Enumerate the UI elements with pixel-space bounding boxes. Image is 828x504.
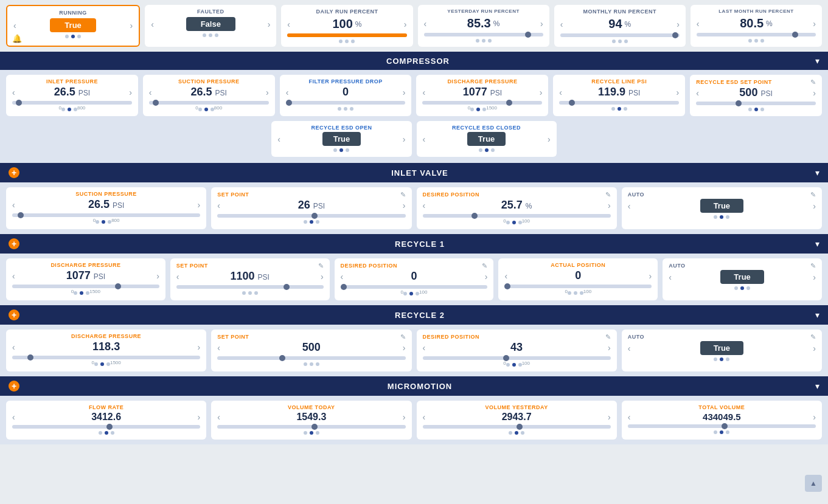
inlet-pressure-next[interactable]: › bbox=[129, 88, 132, 97]
filter-pressure-drop-next[interactable]: › bbox=[403, 88, 406, 97]
recycle-esd-sp-edit[interactable]: ✎ bbox=[810, 78, 816, 86]
r1-sp-next[interactable]: › bbox=[321, 272, 324, 281]
flow-rate-prev[interactable]: ‹ bbox=[12, 412, 15, 422]
iv-auto-next[interactable]: › bbox=[813, 201, 816, 211]
compressor-chevron[interactable]: ▾ bbox=[815, 56, 819, 66]
suction-pressure-prev[interactable]: ‹ bbox=[149, 88, 152, 97]
suction-pressure-title: Suction Pressure bbox=[178, 78, 240, 85]
total-volume-prev[interactable]: ‹ bbox=[628, 412, 631, 422]
r1-desired-next[interactable]: › bbox=[485, 272, 488, 281]
iv-dp-prev[interactable]: ‹ bbox=[423, 201, 426, 210]
iv-suction-next[interactable]: › bbox=[198, 200, 201, 210]
inlet-valve-plus[interactable]: + bbox=[9, 167, 19, 178]
recycle-esd-closed-value: True bbox=[467, 132, 506, 146]
recycle-esd-open-row: ‹ True › bbox=[277, 132, 405, 146]
r1-actual-prev[interactable]: ‹ bbox=[504, 271, 507, 281]
r1-auto-edit[interactable]: ✎ bbox=[810, 262, 816, 270]
suction-pressure-value: 26.5 PSI bbox=[155, 86, 263, 98]
last-month-run-prev[interactable]: ‹ bbox=[697, 19, 700, 29]
iv-sp-value: 26 PSI bbox=[223, 199, 400, 212]
volume-yesterday-prev[interactable]: ‹ bbox=[423, 412, 426, 422]
metric-r2-auto: Auto ✎ ‹ True › bbox=[622, 330, 822, 371]
recycle-esd-closed-next[interactable]: › bbox=[548, 134, 551, 144]
r1-sp-prev[interactable]: ‹ bbox=[176, 272, 179, 281]
r2-sp-next[interactable]: › bbox=[403, 343, 406, 353]
running-prev[interactable]: ‹ bbox=[13, 21, 16, 30]
daily-run-prev[interactable]: ‹ bbox=[287, 19, 290, 29]
recycle-esd-open-next[interactable]: › bbox=[403, 134, 406, 144]
volume-yesterday-thumb bbox=[517, 424, 523, 430]
recycle-esd-sp-prev[interactable]: ‹ bbox=[696, 88, 699, 98]
r1-dp-next[interactable]: › bbox=[156, 271, 159, 281]
faulted-next[interactable]: › bbox=[268, 19, 271, 29]
recycle2-chevron[interactable]: ▾ bbox=[815, 310, 819, 320]
r1-auto-prev[interactable]: ‹ bbox=[669, 272, 672, 282]
r2-dp-next[interactable]: › bbox=[198, 342, 201, 352]
r1-desired-prev[interactable]: ‹ bbox=[341, 272, 344, 281]
r2-desired-next[interactable]: › bbox=[608, 343, 611, 353]
flow-rate-value: 3412.6 bbox=[18, 412, 195, 423]
iv-sp-prev[interactable]: ‹ bbox=[217, 201, 220, 210]
r2-auto-prev[interactable]: ‹ bbox=[628, 343, 631, 353]
recycle-line-psi-next[interactable]: › bbox=[676, 88, 679, 97]
iv-sp-next[interactable]: › bbox=[403, 201, 406, 210]
iv-auto-edit[interactable]: ✎ bbox=[810, 191, 816, 199]
daily-run-value-wrap: 100 % bbox=[294, 17, 400, 31]
r1-desired-edit[interactable]: ✎ bbox=[482, 262, 487, 270]
r2-desired-prev[interactable]: ‹ bbox=[423, 343, 426, 353]
r2-desired-edit[interactable]: ✎ bbox=[605, 333, 611, 341]
total-volume-next[interactable]: › bbox=[813, 412, 816, 422]
micromotion-plus[interactable]: + bbox=[9, 381, 19, 392]
section-inlet-valve: + Inlet Valve ▾ Suction Pressure ‹ 26.5 … bbox=[0, 163, 828, 234]
yesterday-run-prev[interactable]: ‹ bbox=[424, 19, 427, 29]
iv-sp-edit[interactable]: ✎ bbox=[400, 191, 406, 199]
volume-yesterday-next[interactable]: › bbox=[608, 412, 611, 422]
flow-rate-next[interactable]: › bbox=[198, 412, 201, 422]
r1-actual-row: ‹ 0 › bbox=[504, 269, 652, 282]
r2-auto-edit[interactable]: ✎ bbox=[810, 333, 816, 341]
recycle-esd-sp-next[interactable]: › bbox=[813, 88, 816, 98]
discharge-pressure-next[interactable]: › bbox=[540, 88, 543, 97]
inlet-valve-chevron[interactable]: ▾ bbox=[815, 168, 819, 178]
r2-sp-prev[interactable]: ‹ bbox=[217, 343, 220, 353]
r1-sp-dots bbox=[242, 291, 258, 295]
iv-dp-dots bbox=[506, 221, 522, 224]
recycle-esd-open-prev[interactable]: ‹ bbox=[277, 134, 280, 144]
r2-dp-prev[interactable]: ‹ bbox=[12, 342, 15, 352]
daily-run-next[interactable]: › bbox=[404, 19, 407, 29]
suction-pressure-next[interactable]: › bbox=[266, 88, 269, 97]
faulted-prev[interactable]: ‹ bbox=[151, 19, 154, 29]
r1-auto-next[interactable]: › bbox=[813, 272, 816, 282]
iv-dp-next[interactable]: › bbox=[608, 201, 611, 210]
iv-dp-edit[interactable]: ✎ bbox=[605, 191, 611, 199]
r1-actual-next[interactable]: › bbox=[649, 271, 652, 281]
r1-sp-header: Set Point ✎ bbox=[176, 262, 324, 270]
dot bbox=[310, 431, 313, 435]
recycle1-plus[interactable]: + bbox=[9, 238, 19, 249]
r2-auto-next[interactable]: › bbox=[813, 343, 816, 353]
metric-iv-set-point: Set Point ✎ ‹ 26 PSI › bbox=[211, 187, 411, 229]
recycle1-chevron[interactable]: ▾ bbox=[815, 239, 819, 249]
recycle2-plus[interactable]: + bbox=[9, 309, 19, 320]
r2-sp-edit[interactable]: ✎ bbox=[400, 333, 406, 341]
recycle-esd-closed-prev[interactable]: ‹ bbox=[423, 134, 426, 144]
running-next[interactable]: › bbox=[130, 21, 133, 30]
inlet-pressure-prev[interactable]: ‹ bbox=[12, 88, 15, 97]
monthly-run-prev[interactable]: ‹ bbox=[560, 19, 563, 29]
daily-run-dots bbox=[339, 40, 355, 43]
filter-pressure-drop-prev[interactable]: ‹ bbox=[286, 88, 289, 97]
micromotion-chevron[interactable]: ▾ bbox=[815, 381, 819, 391]
last-month-run-next[interactable]: › bbox=[813, 19, 816, 29]
volume-today-next[interactable]: › bbox=[403, 412, 406, 422]
recycle-line-psi-prev[interactable]: ‹ bbox=[559, 88, 562, 97]
iv-suction-prev[interactable]: ‹ bbox=[12, 200, 15, 210]
yesterday-run-next[interactable]: › bbox=[540, 19, 543, 29]
monthly-run-next[interactable]: › bbox=[677, 19, 680, 29]
iv-dp-header: Desired Position ✎ bbox=[423, 191, 611, 199]
r1-sp-edit[interactable]: ✎ bbox=[318, 262, 324, 270]
volume-today-prev[interactable]: ‹ bbox=[217, 412, 220, 422]
discharge-pressure-prev[interactable]: ‹ bbox=[422, 88, 425, 97]
r1-dp-prev[interactable]: ‹ bbox=[12, 271, 15, 281]
last-month-run-unit: % bbox=[766, 19, 773, 28]
iv-auto-prev[interactable]: ‹ bbox=[628, 201, 631, 211]
